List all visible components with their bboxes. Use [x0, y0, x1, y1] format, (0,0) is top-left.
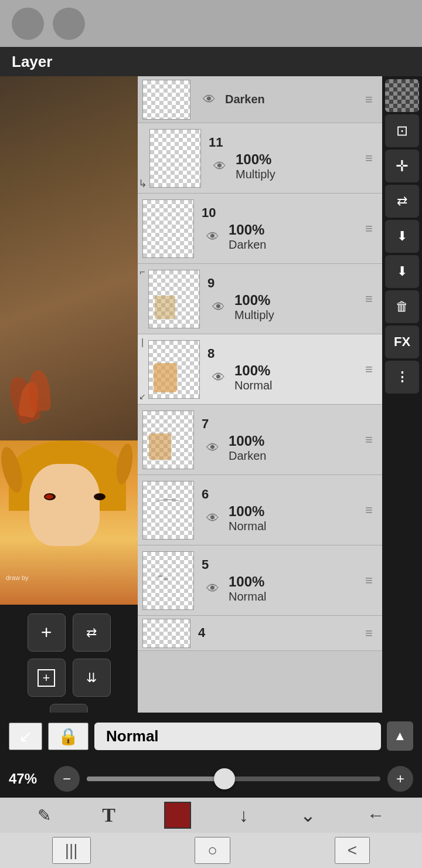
layer-mode-label: Multiply: [234, 308, 274, 322]
layer-thumbnail: [142, 199, 194, 258]
drag-handle[interactable]: ≡: [359, 362, 379, 377]
checkerboard-button[interactable]: [385, 79, 419, 112]
layer-number: 7: [202, 416, 356, 432]
opacity-slider[interactable]: [87, 777, 380, 781]
layer-opacity: 100%: [229, 574, 266, 590]
system-btn-1[interactable]: [12, 8, 44, 40]
list-item[interactable]: | ↙ 8 👁 100% Normal: [138, 334, 382, 405]
more-options-button[interactable]: ⋮: [385, 361, 419, 394]
list-item[interactable]: ↳ 11 👁 100% Multiply ≡: [138, 123, 382, 194]
bottom-mode-bar: ↙ 🔒 Normal ▲: [0, 713, 422, 760]
nav-menu-button[interactable]: |||: [52, 837, 91, 864]
indent-button[interactable]: ↙: [9, 723, 42, 750]
layer-thumbnail: [148, 340, 200, 399]
drag-handle[interactable]: ≡: [359, 221, 379, 236]
list-item[interactable]: ⌐ 9 👁 100% Multiply: [138, 264, 382, 334]
canvas-tools-row-2: + ⇊: [6, 659, 132, 697]
back-button[interactable]: ←: [364, 802, 387, 828]
drag-handle[interactable]: ≡: [359, 92, 379, 107]
layer-mode-label: Normal: [229, 590, 266, 603]
layer-thumbnail: [142, 619, 190, 648]
alpha-lock-button[interactable]: 🔒: [48, 723, 89, 750]
drag-handle[interactable]: ≡: [359, 573, 379, 588]
layer-number: 9: [207, 276, 356, 291]
add-layer-button[interactable]: +: [28, 613, 66, 652]
color-swatch[interactable]: [164, 802, 191, 829]
visibility-toggle[interactable]: 👁: [207, 369, 230, 386]
fx-button[interactable]: FX: [385, 326, 419, 358]
layer-mode-label: Darken: [229, 449, 266, 463]
add-group-button[interactable]: +: [28, 659, 66, 697]
merge-layers-button[interactable]: ⇊: [73, 659, 111, 697]
flip-layer-button[interactable]: ⇄: [73, 613, 111, 652]
drag-handle[interactable]: ≡: [359, 291, 379, 307]
flip-button[interactable]: ⇄: [385, 185, 419, 218]
export-button[interactable]: ⬇: [385, 255, 419, 288]
layer-thumbnail: [142, 411, 194, 469]
chevron-button[interactable]: ⌄: [297, 801, 319, 829]
visibility-toggle[interactable]: 👁: [207, 299, 230, 316]
drag-handle[interactable]: ≡: [359, 151, 379, 166]
layer-opacity: 100%: [229, 503, 266, 520]
app-toolbar: ✎ T ↓ ⌄ ←: [0, 798, 422, 833]
text-tool-button[interactable]: T: [99, 801, 118, 829]
layer-mode-label: Normal: [234, 379, 272, 392]
list-item[interactable]: 6 👁 100% Normal ≡: [138, 475, 382, 545]
drag-handle[interactable]: ≡: [359, 626, 379, 641]
list-item[interactable]: 5 👁 100% Normal ≡: [138, 545, 382, 616]
layer-opacity: 100%: [229, 433, 266, 449]
transform-button[interactable]: ⊡: [385, 114, 419, 147]
visibility-toggle[interactable]: 👁: [202, 510, 224, 527]
opacity-slider-thumb[interactable]: [214, 768, 235, 789]
layer-number: 5: [202, 557, 356, 572]
canvas-preview-top: [0, 76, 138, 440]
visibility-toggle[interactable]: 👁: [198, 91, 220, 108]
visibility-toggle[interactable]: 👁: [202, 439, 224, 457]
opacity-bar: 47% − +: [0, 760, 422, 798]
layers-list: 👁 Darken ≡ ↳ 11: [138, 76, 382, 751]
merge-down-button[interactable]: ⬇: [385, 220, 419, 253]
right-toolbar: ⊡ ✛ ⇄ ⬇ ⬇ 🗑 FX ⋮: [382, 76, 422, 751]
opacity-increase-button[interactable]: +: [387, 766, 413, 792]
layer-mode-label: Darken: [229, 238, 266, 252]
layer-mode-label: Darken: [225, 93, 265, 106]
layer-number: 6: [202, 487, 356, 502]
list-item[interactable]: 👁 Darken ≡: [138, 76, 382, 123]
layer-opacity: 100%: [234, 292, 274, 308]
system-btn-2[interactable]: [53, 8, 85, 40]
nav-home-button[interactable]: ○: [195, 837, 230, 864]
list-item[interactable]: 10 👁 100% Darken ≡: [138, 194, 382, 264]
layer-opacity: 100%: [229, 222, 266, 238]
opacity-decrease-button[interactable]: −: [54, 766, 80, 792]
panel-body: draw by + ⇄ + ⇊: [0, 76, 422, 751]
layer-mode-label: Multiply: [236, 168, 275, 181]
canvas-tools-row-1: + ⇄: [6, 613, 132, 652]
drag-handle[interactable]: ≡: [359, 503, 379, 518]
move-button[interactable]: ✛: [385, 150, 419, 182]
opacity-slider-fill: [87, 777, 224, 781]
panel-title: Layer: [0, 47, 422, 76]
visibility-toggle[interactable]: 👁: [202, 580, 224, 598]
delete-layer-button[interactable]: 🗑: [385, 290, 419, 323]
layer-opacity: 100%: [234, 362, 272, 379]
blend-mode-button[interactable]: Normal: [94, 723, 381, 750]
layer-number: 4: [198, 625, 356, 640]
layer-thumbnail: [148, 270, 200, 328]
layer-opacity: 100%: [236, 151, 275, 168]
down-arrow-button[interactable]: ↓: [236, 802, 251, 829]
visibility-toggle[interactable]: 👁: [202, 228, 224, 246]
layer-mode-label: Normal: [229, 520, 266, 533]
layer-thumbnail: [142, 481, 194, 540]
layer-panel: Layer: [0, 47, 422, 751]
blend-mode-arrow[interactable]: ▲: [387, 721, 413, 751]
visibility-toggle[interactable]: 👁: [209, 158, 231, 175]
nav-back-button[interactable]: <: [335, 837, 370, 864]
opacity-value: 47%: [9, 771, 47, 787]
list-item[interactable]: 4 ≡: [138, 616, 382, 651]
drag-handle[interactable]: ≡: [359, 432, 379, 447]
brush-tool-button[interactable]: ✎: [35, 803, 54, 828]
system-bar: [0, 0, 422, 47]
panel-title-text: Layer: [12, 53, 52, 71]
list-item[interactable]: 7 👁 100% Darken ≡: [138, 405, 382, 475]
canvas-preview-bottom: draw by: [0, 440, 138, 605]
